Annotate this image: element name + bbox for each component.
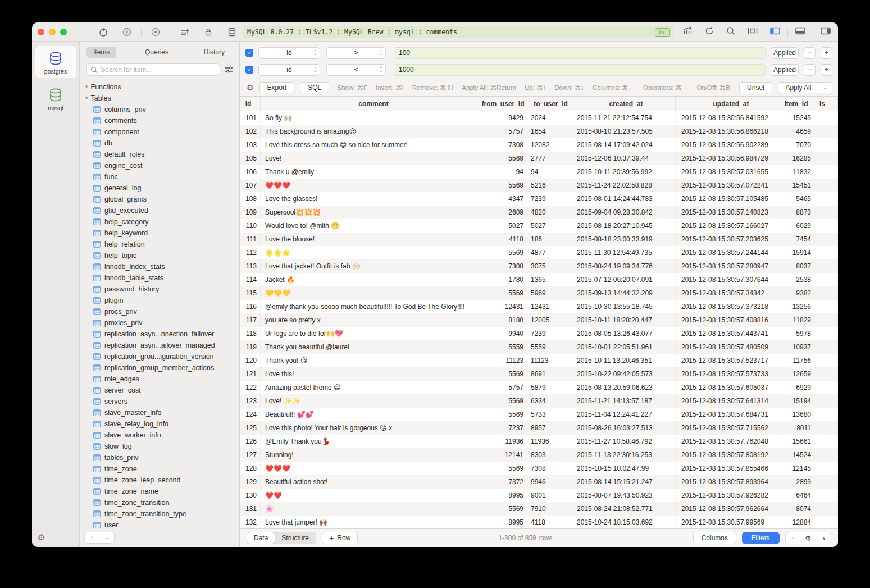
- cell-is[interactable]: [816, 125, 838, 138]
- column-header-created-at[interactable]: created_at: [571, 97, 676, 111]
- cell-id[interactable]: 116: [240, 300, 261, 313]
- cell-to-user-id[interactable]: 5559: [527, 340, 571, 354]
- cell-item-id[interactable]: 8873: [781, 206, 816, 219]
- watch-icon[interactable]: [151, 27, 161, 37]
- sidebar-table-item[interactable]: user: [93, 519, 239, 528]
- cell-updated-at[interactable]: 2015-12-08 15:30:57.641314: [676, 394, 781, 408]
- cell-created-at[interactable]: 2015-10-15 10:02:47.99: [571, 462, 676, 475]
- table-row[interactable]: 113 Love that jacket! Outfit is fab 🙌🏻 7…: [240, 259, 838, 273]
- sidebar-table-item[interactable]: time_zone_name: [93, 486, 239, 497]
- cell-created-at[interactable]: 2015-10-01 22:05:51.961: [571, 340, 676, 354]
- zoom-window-button[interactable]: [60, 29, 67, 35]
- cell-id[interactable]: 118: [240, 327, 261, 340]
- sidebar-table-item[interactable]: func: [93, 171, 239, 183]
- cell-from-user-id[interactable]: 5569: [482, 408, 527, 421]
- cell-id[interactable]: 109: [240, 206, 261, 219]
- cell-id[interactable]: 125: [240, 421, 261, 435]
- cell-from-user-id[interactable]: 2609: [482, 206, 527, 219]
- sidebar-table-item[interactable]: slave_worker_info: [93, 430, 239, 441]
- grid-settings-gear-icon[interactable]: ⚙: [799, 534, 817, 543]
- cell-is[interactable]: [816, 475, 838, 489]
- sidebar-table-item[interactable]: gtid_executed: [93, 205, 239, 216]
- column-header-item-id[interactable]: item_id: [781, 97, 816, 111]
- column-header-to-user-id[interactable]: to_user_id: [527, 97, 571, 111]
- filters-button[interactable]: Filters: [742, 532, 780, 544]
- cell-updated-at[interactable]: 2015-12-08 15:30:57.031655: [676, 165, 781, 179]
- cell-from-user-id[interactable]: 5757: [482, 381, 527, 394]
- sidebar-table-item[interactable]: columns_priv: [93, 104, 239, 115]
- cell-updated-at[interactable]: 2015-12-08 15:30:57.684731: [676, 408, 781, 421]
- cell-item-id[interactable]: 11756: [781, 354, 816, 367]
- cell-is[interactable]: [816, 502, 838, 516]
- tab-history[interactable]: History: [197, 47, 231, 58]
- cell-created-at[interactable]: 2015-11-24 22:02:58.828: [571, 179, 676, 192]
- cell-created-at[interactable]: 2015-08-05 13:26:43.077: [571, 327, 676, 340]
- cell-from-user-id[interactable]: 4347: [482, 192, 527, 206]
- tab-queries[interactable]: Queries: [138, 47, 175, 58]
- cell-created-at[interactable]: 2015-08-10 21:23:57.505: [571, 125, 676, 138]
- table-row[interactable]: 115 💛💛💛 5569 5969 2015-09-13 14:44:32.20…: [240, 286, 838, 300]
- cell-id[interactable]: 114: [240, 273, 261, 286]
- cell-to-user-id[interactable]: 7239: [527, 192, 571, 206]
- cell-updated-at[interactable]: 2015-12-08 15:30:57.244144: [676, 246, 781, 259]
- cell-id[interactable]: 131: [240, 502, 261, 516]
- fit-columns-icon[interactable]: [747, 26, 758, 38]
- item-search-box[interactable]: [86, 63, 220, 76]
- cell-id[interactable]: 106: [240, 165, 261, 179]
- add-item-button[interactable]: + ⌄: [84, 532, 115, 544]
- cell-id[interactable]: 115: [240, 286, 261, 300]
- filter-value-input[interactable]: 1000: [394, 64, 766, 76]
- add-filter-button[interactable]: +: [821, 64, 832, 76]
- table-row[interactable]: 123 Love! ✨✨ 5569 6334 2015-11-21 14:13:…: [240, 394, 838, 408]
- cell-is[interactable]: [816, 138, 838, 152]
- cell-comment[interactable]: This background is amazing😍: [261, 125, 482, 138]
- table-row[interactable]: 108 Love the glasses! 4347 7239 2015-08-…: [240, 192, 838, 206]
- chevron-down-icon[interactable]: ⌄: [818, 85, 832, 90]
- stats-icon[interactable]: [682, 26, 693, 38]
- cell-from-user-id[interactable]: 8995: [482, 516, 527, 528]
- cell-updated-at[interactable]: 2015-12-08 15:30:57.105485: [676, 192, 781, 206]
- cell-is[interactable]: [816, 233, 838, 246]
- sidebar-table-item[interactable]: replication_asyn...ailover_managed: [93, 340, 239, 351]
- cell-to-user-id[interactable]: 1365: [527, 273, 571, 286]
- cell-comment[interactable]: Love this dress so much 😍 so nice for su…: [261, 138, 482, 152]
- sidebar-table-item[interactable]: time_zone_transition: [93, 497, 239, 508]
- remove-filter-button[interactable]: −: [804, 47, 816, 59]
- cell-created-at[interactable]: 2015-11-13 22:30:16.253: [571, 448, 676, 462]
- cell-item-id[interactable]: 9382: [781, 286, 816, 300]
- cell-is[interactable]: [816, 152, 838, 165]
- sidebar-table-item[interactable]: db: [93, 138, 239, 149]
- unset-button[interactable]: Unset: [739, 82, 772, 93]
- cell-id[interactable]: 117: [240, 313, 261, 327]
- cell-is[interactable]: [816, 448, 838, 462]
- queue-icon[interactable]: [179, 27, 190, 37]
- cell-comment[interactable]: Love!: [261, 152, 482, 165]
- cell-created-at[interactable]: 2015-11-27 10:58:46.792: [571, 435, 676, 448]
- cell-created-at[interactable]: 2015-10-22 09:42:05.573: [571, 367, 676, 381]
- cell-item-id[interactable]: 6929: [781, 381, 816, 394]
- cell-to-user-id[interactable]: 9946: [527, 475, 571, 489]
- cell-to-user-id[interactable]: 4877: [527, 246, 571, 259]
- cell-id[interactable]: 123: [240, 394, 261, 408]
- sidebar-table-item[interactable]: comments: [93, 115, 239, 126]
- sidebar-table-item[interactable]: slow_log: [93, 441, 239, 452]
- cell-updated-at[interactable]: 2015-12-08 15:30:56.866218: [676, 125, 781, 138]
- cell-comment[interactable]: Love! ✨✨: [261, 394, 482, 408]
- cell-comment[interactable]: @Emily Thank you💃🏾: [261, 435, 482, 448]
- table-row[interactable]: 101 So fly 🙌🏼 9429 2024 2015-11-21 22:12…: [240, 111, 838, 125]
- sidebar-table-item[interactable]: replication_grou...iguration_version: [93, 351, 239, 362]
- toggle-left-sidebar-icon[interactable]: [769, 26, 781, 38]
- connection-postgres[interactable]: postgres: [35, 46, 76, 78]
- cell-id[interactable]: 128: [240, 462, 261, 475]
- cell-updated-at[interactable]: 2015-12-08 15:30:57.573733: [676, 367, 781, 381]
- cell-comment[interactable]: Love this!: [261, 367, 482, 381]
- cell-from-user-id[interactable]: 8180: [482, 313, 527, 327]
- cell-item-id[interactable]: 2538: [781, 273, 816, 286]
- cell-to-user-id[interactable]: 12005: [527, 313, 571, 327]
- table-row[interactable]: 119 Thank you beautiful @laurel 5559 555…: [240, 340, 838, 354]
- table-row[interactable]: 127 Stunning! 12141 8303 2015-11-13 22:3…: [240, 448, 838, 462]
- cell-comment[interactable]: Thank you beautiful @laurel: [261, 340, 482, 354]
- cell-from-user-id[interactable]: 7308: [482, 138, 527, 152]
- cell-is[interactable]: [816, 219, 838, 233]
- cell-to-user-id[interactable]: 7308: [527, 462, 571, 475]
